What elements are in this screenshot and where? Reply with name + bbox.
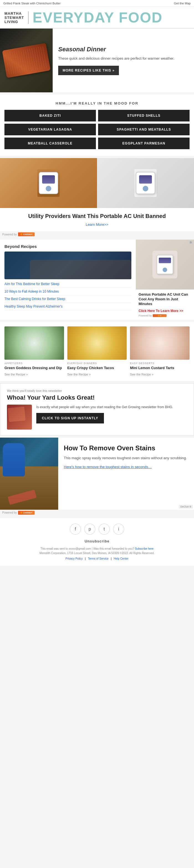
footer-email-text: This email was sent to xxxxx@gmail.com |… [40,547,134,550]
ac-images [0,158,194,208]
oven-image [0,438,58,510]
mood-section: HMM...I'M REALLY IN THE MOOD FOR BAKED Z… [0,95,194,156]
footer-privacy[interactable]: Privacy Policy [65,557,83,560]
sleep-links: Aim for This Bedtime for Better Sleep 10… [4,282,131,310]
recipe-img-3 [130,327,190,360]
recipe-section: APPETIZERS Green Goddess Dressing and Di… [0,322,194,381]
recipe-card-3[interactable]: EASY DESSERTS Mini Lemon Custard Tarts S… [130,327,190,377]
recipe-link-1[interactable]: See the Recipe » [4,373,28,376]
hero-description: These quick and delicious dinner recipes… [58,56,189,61]
oven-heading: How To Remove Oven Stains [64,444,189,452]
brand-line3: LIVING [4,20,24,24]
newsletter-title: Whoa! Your Yard Looks Great! [7,394,187,401]
newsletter-right: Is exactly what people will say when you… [36,405,173,424]
mood-item-2[interactable]: STUFFED SHELLS [98,110,190,121]
footer-help[interactable]: Help Center [114,557,128,560]
sleep-image [4,251,131,279]
brand-line1: MARTHA [4,11,24,16]
genius-ac-heading: Genius Portable AC Unit Can Cool Any Roo… [138,292,191,306]
newsletter-body: Is exactly what people will say when you… [7,405,187,430]
ac-learn-more-link[interactable]: Learn More>> [86,222,108,226]
recipe-name-1: Green Goddess Dressing and Dip [4,366,64,371]
footer-terms[interactable]: Terms of Service [88,557,108,560]
oven-text: How To Remove Oven Stains This magic spr… [58,438,194,510]
recipe-img-2 [67,327,127,360]
oven-link[interactable]: Here's how to remove the toughest stains… [64,465,152,469]
ac-banner: Utility Providers Want This Portable AC … [0,158,194,231]
recipe-grid: APPETIZERS Green Goddess Dressing and Di… [4,327,190,377]
sleep-link-2[interactable]: 10 Ways to Fall Asleep in 10 Minutes [4,289,131,295]
unsubscribe[interactable]: Unsubscribe [5,539,189,543]
sleep-left: Beyond Recipes Aim for This Bedtime for … [0,240,136,320]
mood-item-3[interactable]: VEGETARIAN LASAGNA [4,124,96,135]
header-title: EVERYDAY FOOD [33,10,163,25]
ac-image-right [97,158,194,208]
recipe-link-2[interactable]: See the Recipe » [67,373,91,376]
recipe-cat-3: EASY DESSERTS [130,362,190,365]
recipe-name-2: Easy Crispy Chicken Tacos [67,366,127,371]
hero-button[interactable]: MORE RECIPES LIKE THIS » [58,66,119,75]
powered-by-1: Powered by 🔶 LiveIntent [0,231,194,237]
social-footer: f p t i Unsubscribe This email was sent … [0,518,194,566]
ac-device-left [39,172,58,194]
footer-links: Privacy Policy | Terms of Service | Help… [5,557,189,560]
top-bar: Grilled Flank Steak with Chimichurri But… [0,0,194,7]
ad-badge: D [189,241,193,244]
sleep-link-4[interactable]: Healthy Sleep May Prevent Alzheimer's [4,305,131,310]
twitter-icon[interactable]: t [99,524,110,535]
ac-device-right [136,172,155,194]
pinterest-icon[interactable]: p [84,524,95,535]
liveintent-logo-3: 🔶 LiveIntent [18,511,35,515]
genius-powered-label: Powered by [138,314,152,317]
genius-ac-text: Genius Portable AC Unit Can Cool Any Roo… [136,289,194,320]
top-bar-right[interactable]: Get the Map [174,2,191,5]
ac-image-left [0,158,97,208]
oven-section: How To Remove Oven Stains This magic spr… [0,438,194,510]
mood-item-5[interactable]: MEATBALL CASSEROLE [4,137,96,149]
recipe-link-3[interactable]: See the Recipe » [130,373,153,376]
recipe-card-2[interactable]: EVERYDAY DINNERS Easy Crispy Chicken Tac… [67,327,127,377]
mood-item-6[interactable]: EGGPLANT PARMESAN [98,137,190,149]
sleep-link-1[interactable]: Aim for This Bedtime for Better Sleep [4,282,131,288]
recipe-cat-2: EVERYDAY DINNERS [67,362,127,365]
genius-ac-link[interactable]: Click Here To Learn More >> [138,309,183,313]
hero-heading: Seasonal Dinner [58,46,189,53]
recipe-card-1[interactable]: APPETIZERS Green Goddess Dressing and Di… [4,327,64,377]
newsletter-description: Is exactly what people will say when you… [36,405,173,410]
recipe-img-1 [4,327,64,360]
instagram-icon[interactable]: i [113,524,124,535]
genius-powered: Powered by 🔶 LI [138,314,191,317]
ac-text: Utility Providers Want This Portable AC … [0,208,194,231]
mood-item-4[interactable]: SPAGHETTI AND MEATBALLS [98,124,190,135]
recipe-name-3: Mini Lemon Custard Tarts [130,366,190,371]
sleep-link-3[interactable]: The Best Calming Drinks for Better Sleep [4,297,131,303]
powered-by-2: Powered by 🔶 LiveIntent [0,510,194,516]
sleep-heading: Beyond Recipes [4,244,131,249]
footer-subscribe-link[interactable]: Subscribe here [135,547,154,550]
signup-button[interactable]: CLICK TO SIGN UP INSTANTLY [36,413,104,424]
header: MARTHA STEWART LIVING EVERYDAY FOOD [0,7,194,29]
social-icons: f p t i [5,524,189,535]
declutter-badge: DeClutr B [179,505,193,508]
top-bar-left[interactable]: Grilled Flank Steak with Chimichurri But… [3,2,61,5]
mood-title: HMM...I'M REALLY IN THE MOOD FOR [4,101,190,105]
footer-text: This email was sent to xxxxx@gmail.com |… [28,547,166,555]
glove-shape [3,443,25,476]
brand-line2: STEWART [4,16,24,20]
powered-label-1: Powered by [2,233,17,236]
meat-visual [2,43,51,78]
liveintent-logo-2: 🔶 LI [153,314,167,317]
newsletter-image [7,405,32,430]
facebook-icon[interactable]: f [70,524,81,535]
liveintent-logo-1: 🔶 LiveIntent [18,232,35,236]
hero-text: Seasonal Dinner These quick and deliciou… [53,39,194,82]
genius-ac-image [136,240,194,289]
hero-image-inner [0,29,53,92]
sleep-right: Genius Portable AC Unit Can Cool Any Roo… [136,240,194,320]
footer-address: Meredith Corporation, 1716 Locust Street… [40,552,155,555]
mood-item-1[interactable]: BAKED ZITI [4,110,96,121]
mood-grid: BAKED ZITI STUFFED SHELLS VEGETARIAN LAS… [4,110,190,149]
newsletter-section: We think you'll totally love this newsle… [0,383,194,435]
newsletter-pretitle: We think you'll totally love this newsle… [7,389,187,393]
hero-image [0,29,53,92]
